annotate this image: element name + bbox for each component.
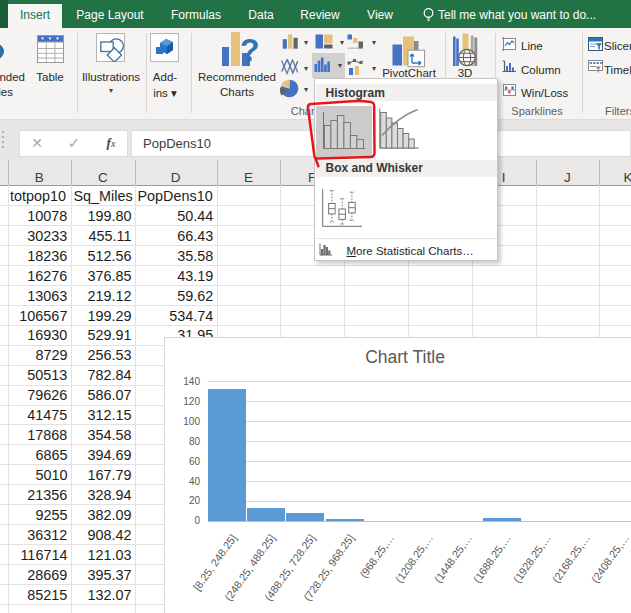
svg-text:?: ? (240, 32, 259, 67)
